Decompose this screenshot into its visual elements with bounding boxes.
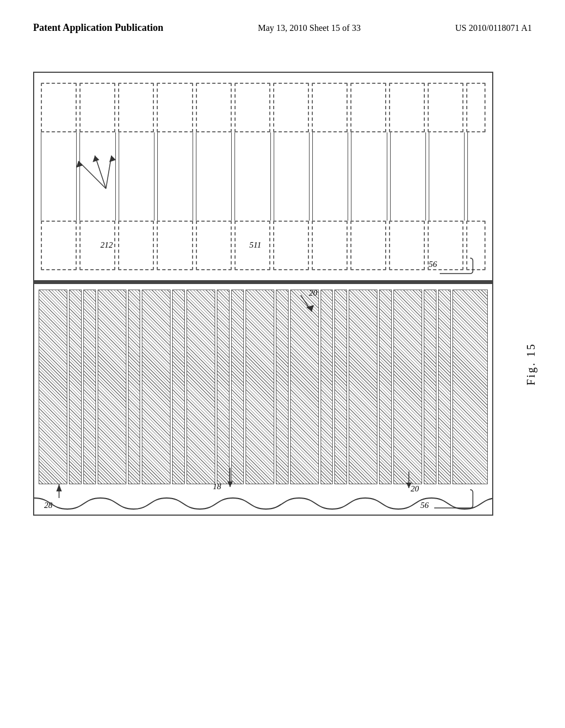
bar-17	[379, 290, 392, 484]
dashed-rect-b1	[41, 221, 77, 270]
bar-3	[83, 290, 96, 484]
label-212: 212	[100, 240, 113, 250]
vertical-lines-area	[41, 132, 486, 221]
bar-16-tall	[349, 290, 377, 484]
dashed-rect-b3	[118, 221, 154, 270]
vline-5	[196, 132, 232, 221]
bar-20	[438, 290, 451, 484]
page-header: Patent Application Publication May 13, 2…	[33, 22, 532, 34]
dashed-rect-b7	[273, 221, 309, 270]
dashed-rect-b5	[196, 221, 232, 270]
vline-1	[41, 132, 77, 221]
label-511: 511	[249, 240, 261, 250]
bar-5	[128, 290, 141, 484]
publication-number: US 2010/0118071 A1	[455, 23, 532, 33]
dashed-rect-1	[41, 83, 77, 132]
hatched-bars-area	[39, 290, 488, 484]
dashed-rect-3	[118, 83, 154, 132]
bottom-diagram: 18 20 20 28 56	[33, 284, 493, 516]
dashed-rect-12	[466, 83, 486, 132]
bar-19	[424, 290, 436, 484]
dashed-rect-7	[273, 83, 309, 132]
dashed-rect-b10	[389, 221, 425, 270]
dashed-rect-4	[157, 83, 193, 132]
dashed-rect-10	[389, 83, 425, 132]
publication-title: Patent Application Publication	[33, 22, 163, 34]
dashed-rect-6	[234, 83, 270, 132]
figure-label: Fig. 15	[525, 342, 537, 386]
label-20-top: 20	[309, 288, 317, 298]
bar-9	[217, 290, 230, 484]
label-18: 18	[213, 482, 221, 491]
dashed-rect-2	[79, 83, 115, 132]
dashed-rect-11	[428, 83, 463, 132]
vline-6	[234, 132, 270, 221]
dashed-rect-9	[350, 83, 386, 132]
svg-marker-13	[56, 484, 62, 491]
bar-18	[393, 290, 422, 484]
vline-2	[79, 132, 115, 221]
label-56-top: 56	[429, 260, 437, 269]
dashed-rect-b8	[312, 221, 348, 270]
bar-15	[334, 290, 347, 484]
wavy-bottom-svg	[34, 495, 492, 515]
dashed-rect-row-top	[41, 83, 486, 132]
vline-7	[274, 132, 310, 221]
dashed-rect-8	[312, 83, 348, 132]
bar-10	[231, 290, 244, 484]
top-diagram: 212 511 56	[33, 72, 493, 281]
bar-13	[290, 290, 319, 484]
bar-14	[321, 290, 333, 484]
dashed-rect-b9	[350, 221, 386, 270]
vline-9	[351, 132, 387, 221]
arrow-20-bottom-svg	[390, 466, 428, 494]
bar-7	[172, 290, 185, 484]
vline-12	[467, 132, 486, 221]
svg-marker-9	[306, 305, 314, 312]
bar-12	[276, 290, 289, 484]
svg-marker-7	[227, 481, 233, 487]
vline-8	[312, 132, 348, 221]
dashed-rect-5	[196, 83, 232, 132]
bar-2	[69, 290, 82, 484]
vline-4	[157, 132, 193, 221]
vline-10	[390, 132, 426, 221]
figure-container: 212 511 56	[33, 72, 493, 684]
vline-11	[429, 132, 465, 221]
label-20-bottom: 20	[411, 484, 419, 494]
bar-8	[186, 290, 215, 484]
bar-11	[246, 290, 274, 484]
bar-1	[39, 290, 67, 484]
vline-3	[119, 132, 154, 221]
publication-date-sheet: May 13, 2010 Sheet 15 of 33	[258, 23, 360, 33]
bar-4	[98, 290, 126, 484]
bracket-56-top-svg	[434, 250, 478, 275]
dashed-rect-b4	[157, 221, 193, 270]
bar-21	[452, 290, 488, 484]
bar-6	[142, 290, 170, 484]
